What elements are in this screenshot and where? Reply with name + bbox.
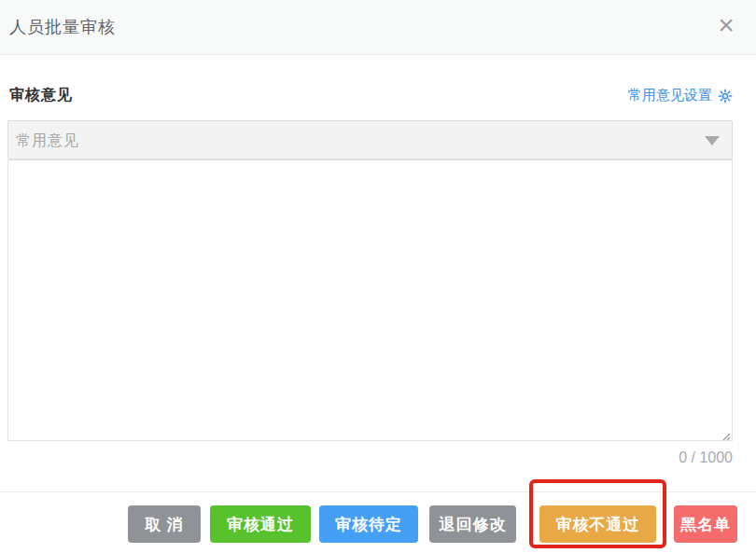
chevron-down-icon (705, 136, 720, 145)
review-opinion-label: 审核意见 (9, 86, 73, 105)
settings-link-label: 常用意见设置 (628, 87, 712, 104)
modal-title: 人员批量审核 (9, 16, 116, 38)
common-opinions-dropdown[interactable]: 常用意见 (7, 120, 733, 159)
modal-header: 人员批量审核 × (0, 0, 756, 55)
dropdown-placeholder: 常用意见 (16, 131, 79, 151)
resize-handle-icon[interactable] (720, 428, 731, 439)
reject-button[interactable]: 审核不通过 (539, 505, 656, 543)
opinion-textarea[interactable] (8, 160, 732, 440)
review-pending-button[interactable]: 审核待定 (319, 505, 418, 543)
footer-divider (0, 491, 756, 492)
char-counter: 0 / 1000 (679, 449, 733, 466)
section-row: 审核意见 常用意见设置 (9, 86, 733, 106)
cancel-button[interactable]: 取 消 (128, 505, 201, 543)
opinion-textarea-wrap (7, 159, 733, 441)
approve-button[interactable]: 审核通过 (210, 505, 311, 543)
close-icon[interactable]: × (711, 6, 741, 45)
blacklist-button[interactable]: 黑名单 (674, 505, 737, 543)
batch-review-modal: 人员批量审核 × 审核意见 常用意见设置 常用意见 0 / 1000 (0, 0, 756, 553)
return-for-modification-button[interactable]: 退回修改 (429, 505, 516, 543)
gear-icon[interactable] (718, 89, 733, 104)
common-opinion-settings-link[interactable]: 常用意见设置 (628, 87, 733, 104)
